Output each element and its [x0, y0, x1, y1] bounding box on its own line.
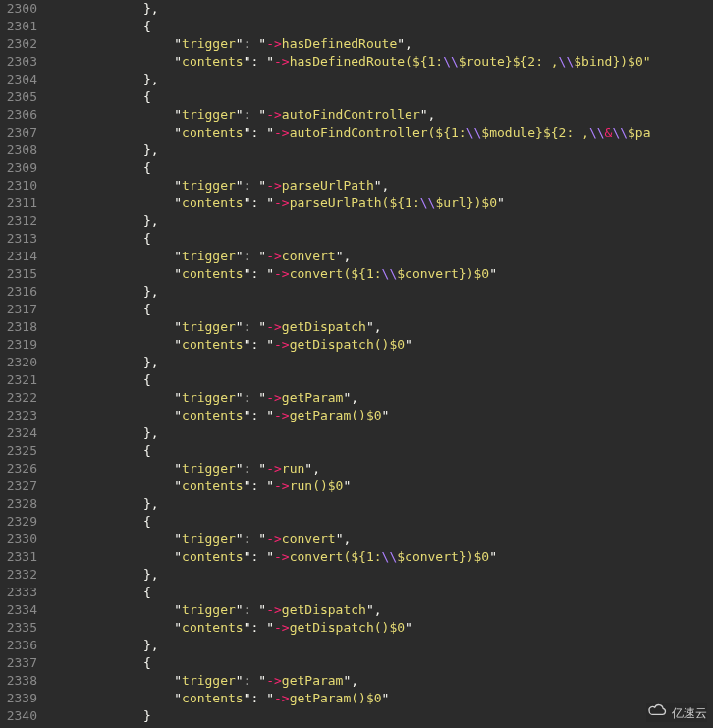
code-token: -> [266, 390, 282, 405]
code-token: -> [266, 107, 282, 122]
json-key: trigger [182, 673, 236, 688]
code-content: { [47, 18, 713, 35]
code-line[interactable]: 2323 "contents": "->getParam()$0" [0, 407, 713, 424]
json-key: trigger [182, 532, 236, 546]
code-token: -> [266, 602, 282, 617]
brace-open: { [143, 443, 151, 458]
code-token: -> [274, 478, 290, 493]
code-token: autoFindController [282, 107, 420, 122]
code-token: hasDefinedRoute [282, 36, 397, 51]
code-line[interactable]: 2300 }, [0, 0, 713, 18]
code-token: $bind})$0" [574, 54, 650, 69]
code-token: $pa [628, 125, 650, 140]
brace-close: }, [143, 142, 159, 157]
code-token: convert [282, 532, 336, 546]
code-editor[interactable]: 2300 },2301 {2302 "trigger": "->hasDefin… [0, 0, 713, 728]
line-number: 2330 [0, 531, 47, 548]
code-line[interactable]: 2336 }, [0, 637, 713, 654]
code-token: $convert})$0 [397, 266, 489, 281]
code-content: { [47, 230, 713, 248]
code-line[interactable]: 2304 }, [0, 71, 713, 88]
code-line[interactable]: 2324 }, [0, 424, 713, 442]
brace-close: } [143, 708, 151, 723]
code-line[interactable]: 2338 "trigger": "->getParam", [0, 672, 713, 690]
code-content: { [47, 301, 713, 318]
code-line[interactable]: 2340 } [0, 707, 713, 725]
code-token: $convert})$0 [397, 549, 489, 564]
code-line[interactable]: 2310 "trigger": "->parseUrlPath", [0, 177, 713, 195]
brace-close: }, [143, 1, 159, 16]
code-line[interactable]: 2301 { [0, 18, 713, 35]
line-number: 2300 [0, 0, 47, 18]
code-content: "contents": "->run()$0" [47, 477, 713, 495]
code-line[interactable]: 2329 { [0, 513, 713, 531]
line-number: 2336 [0, 637, 47, 654]
code-content: "trigger": "->autoFindController", [47, 106, 713, 124]
code-line[interactable]: 2311 "contents": "->parseUrlPath(${1:\\$… [0, 195, 713, 212]
json-key: trigger [182, 249, 236, 263]
code-line[interactable]: 2314 "trigger": "->convert", [0, 248, 713, 265]
code-line[interactable]: 2320 }, [0, 354, 713, 371]
code-token: \\ [559, 54, 575, 69]
line-number: 2332 [0, 566, 47, 584]
code-token: $route}${2: , [459, 54, 559, 69]
code-token: getParam [282, 390, 344, 405]
code-line[interactable]: 2333 { [0, 584, 713, 601]
code-line[interactable]: 2328 }, [0, 495, 713, 513]
line-number: 2334 [0, 601, 47, 619]
code-line[interactable]: 2322 "trigger": "->getParam", [0, 389, 713, 407]
code-content: "contents": "->autoFindController(${1:\\… [47, 124, 713, 141]
brace-open: { [143, 19, 151, 33]
code-line[interactable]: 2334 "trigger": "->getDispatch", [0, 601, 713, 619]
code-content: }, [47, 283, 713, 301]
code-token: \\ [466, 125, 482, 140]
code-line[interactable]: 2339 "contents": "->getParam()$0" [0, 690, 713, 707]
code-content: }, [47, 71, 713, 88]
code-line[interactable]: 2325 { [0, 442, 713, 460]
code-line[interactable]: 2303 "contents": "->hasDefinedRoute(${1:… [0, 53, 713, 71]
code-line[interactable]: 2308 }, [0, 141, 713, 159]
code-line[interactable]: 2332 }, [0, 566, 713, 584]
line-number: 2337 [0, 654, 47, 672]
code-line[interactable]: 2302 "trigger": "->hasDefinedRoute", [0, 35, 713, 53]
line-number: 2325 [0, 442, 47, 460]
code-line[interactable]: 2326 "trigger": "->run", [0, 460, 713, 477]
code-line[interactable]: 2305 { [0, 88, 713, 106]
code-line[interactable]: 2337 { [0, 654, 713, 672]
code-line[interactable]: 2318 "trigger": "->getDispatch", [0, 318, 713, 336]
line-number: 2335 [0, 619, 47, 637]
line-number: 2323 [0, 407, 47, 424]
code-token: getDispatch [282, 602, 366, 617]
code-line[interactable]: 2315 "contents": "->convert(${1:\\$conve… [0, 265, 713, 283]
json-key: contents [182, 408, 244, 422]
code-line[interactable]: 2319 "contents": "->getDispatch()$0" [0, 336, 713, 354]
code-content: { [47, 159, 713, 177]
code-token: -> [274, 408, 290, 422]
code-token: getParam()$0 [290, 408, 382, 422]
json-key: trigger [182, 36, 236, 51]
code-line[interactable]: 2317 { [0, 301, 713, 318]
code-line[interactable]: 2331 "contents": "->convert(${1:\\$conve… [0, 548, 713, 566]
code-line[interactable]: 2312 }, [0, 212, 713, 230]
brace-open: { [143, 585, 151, 599]
code-line[interactable]: 2327 "contents": "->run()$0" [0, 477, 713, 495]
code-line[interactable]: 2313 { [0, 230, 713, 248]
json-key: contents [182, 125, 244, 140]
code-line[interactable]: 2306 "trigger": "->autoFindController", [0, 106, 713, 124]
line-number: 2329 [0, 513, 47, 531]
code-line[interactable]: 2307 "contents": "->autoFindController($… [0, 124, 713, 141]
line-number: 2315 [0, 265, 47, 283]
code-content: { [47, 513, 713, 531]
code-line[interactable]: 2321 { [0, 371, 713, 389]
code-line[interactable]: 2309 { [0, 159, 713, 177]
code-line[interactable]: 2335 "contents": "->getDispatch()$0" [0, 619, 713, 637]
code-content: "trigger": "->getDispatch", [47, 601, 713, 619]
code-line[interactable]: 2316 }, [0, 283, 713, 301]
code-line[interactable]: 2330 "trigger": "->convert", [0, 531, 713, 548]
code-token: \\ [443, 54, 459, 69]
brace-close: }, [143, 213, 159, 228]
code-token: \\ [589, 125, 605, 140]
code-token: \\ [612, 125, 628, 140]
code-token: -> [274, 266, 290, 281]
line-number: 2331 [0, 548, 47, 566]
